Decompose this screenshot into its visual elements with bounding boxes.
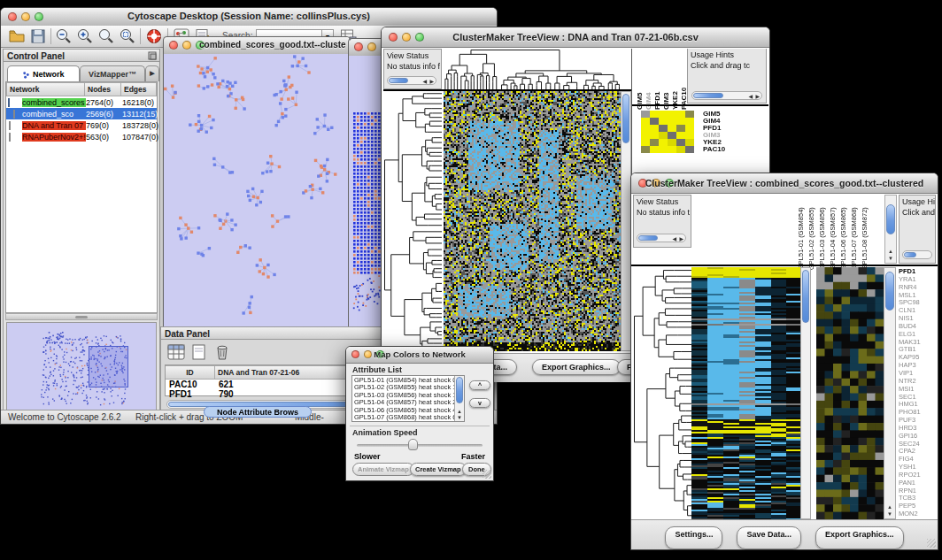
speed-slider-thumb[interactable] <box>408 439 418 450</box>
scroll-up-icon[interactable]: ▲ <box>887 504 892 510</box>
resize-grip[interactable] <box>927 539 936 548</box>
network-name: combined_sco <box>22 110 86 119</box>
tv2-button-2[interactable]: Export Graphics... <box>815 526 904 549</box>
tv2-cluster-matrix[interactable] <box>816 267 884 519</box>
minimize-icon[interactable] <box>182 41 191 50</box>
tab-overflow-button[interactable]: ▶ <box>145 65 159 81</box>
attribute-list[interactable]: GPL51-01 (GSM854) heat shock 05 minGPL51… <box>351 375 465 422</box>
tv2-row-dendrogram[interactable] <box>633 267 691 519</box>
network-table-row[interactable]: RNAPuberNov2+!563(0)107847(0) <box>6 131 157 142</box>
speed-slider-track[interactable] <box>357 444 483 447</box>
help-lifesaver-icon[interactable] <box>145 27 163 45</box>
network-view-titlebar[interactable]: combined_scores_good.txt--cluste... <box>164 37 350 55</box>
slower-label: Slower <box>354 452 381 461</box>
scroll-up-icon[interactable]: ▲ <box>888 249 893 254</box>
col-network[interactable]: Network <box>6 82 85 96</box>
splitter-handle[interactable] <box>5 313 158 320</box>
desktop: Cytoscape Desktop (Session Name: collins… <box>0 0 942 560</box>
tv1-view-status-panel: View Status No status info f ◀ ▶ <box>383 49 442 89</box>
animate-vizmap-button[interactable]: Animate Vizmap <box>352 463 414 476</box>
tv1-cluster-matrix[interactable] <box>641 111 694 153</box>
scroll-right-icon[interactable]: ▶ <box>679 236 683 242</box>
tv1-column-dendrogram[interactable] <box>444 49 621 89</box>
col-edges[interactable]: Edges <box>121 82 157 96</box>
tab-vizmapper[interactable]: VizMapper™ <box>80 65 145 81</box>
scroll-right-icon[interactable]: ▶ <box>755 94 760 99</box>
tv1-row-dendrogram[interactable] <box>383 91 442 351</box>
tv2-button-1[interactable]: Save Data... <box>737 526 801 549</box>
move-down-button[interactable]: v <box>469 398 490 408</box>
delete-attribute-icon[interactable] <box>212 343 232 361</box>
tv1-titlebar[interactable]: ClusterMaker TreeView : DNA and Tran 07-… <box>382 27 769 48</box>
scroll-left-icon[interactable]: ◀ <box>422 79 427 84</box>
zoom-out-icon[interactable] <box>55 27 73 45</box>
tv2-heatmap-vscrollbar[interactable] <box>800 267 811 519</box>
scroll-left-icon[interactable]: ◀ <box>672 236 676 242</box>
tv2-labels-thumb[interactable] <box>886 204 895 234</box>
data-col-id[interactable]: ID <box>166 365 215 380</box>
attribute-table-icon[interactable] <box>166 343 186 361</box>
network-table-row[interactable]: combined_scores2764(0)16218(0) <box>6 96 157 108</box>
tv2-vs-thumb[interactable] <box>638 235 658 241</box>
scroll-up-icon[interactable]: ▲ <box>457 409 462 414</box>
row-id: PFD1 <box>166 389 215 399</box>
tab-vizmapper-label: VizMapper™ <box>89 70 136 79</box>
tv1-uh-scrollbar[interactable]: ◀ ▶ <box>691 91 762 100</box>
tv1-column-label: GIM4 <box>645 92 652 110</box>
close-icon[interactable] <box>354 42 363 51</box>
tv1-heat-vthumb[interactable] <box>622 94 629 143</box>
save-icon[interactable] <box>29 27 47 45</box>
faster-label: Faster <box>461 452 485 461</box>
gene-name[interactable]: PAC10 <box>703 146 725 153</box>
scroll-right-icon[interactable]: ▶ <box>429 79 434 84</box>
tv1-vs-scrollbar[interactable]: ◀ ▶ <box>387 76 436 85</box>
row-id: PAC10 <box>166 380 215 389</box>
open-file-icon[interactable] <box>8 27 26 45</box>
birdseye-view[interactable] <box>6 322 157 416</box>
close-icon[interactable] <box>169 41 178 50</box>
network-table-row[interactable]: DNA and Tran 07769(0)183728(0) <box>6 119 157 131</box>
main-titlebar[interactable]: Cytoscape Desktop (Session Name: collins… <box>1 8 497 27</box>
col-nodes[interactable]: Nodes <box>85 82 121 96</box>
dialog-titlebar[interactable]: Map Colors to Network <box>346 347 493 364</box>
resize-grip[interactable] <box>483 470 491 479</box>
create-vizmap-button[interactable]: Create Vizmap <box>410 463 467 476</box>
tab-node-attribute-browser[interactable]: Node Attribute Brows <box>204 406 312 418</box>
tv2-button-0[interactable]: Settings... <box>665 526 722 549</box>
tv1-uh-thumb[interactable] <box>693 93 723 98</box>
scroll-down-icon[interactable]: ▼ <box>887 511 892 517</box>
network-edges: 183728(0) <box>122 121 162 130</box>
attribute-list-thumb[interactable] <box>456 377 463 403</box>
scroll-down-icon[interactable]: ▼ <box>457 415 462 420</box>
tv2-uh-thumb[interactable] <box>904 252 916 257</box>
network-table-row[interactable]: combined_sco2569(6)13112(15) <box>6 108 157 119</box>
minimize-icon[interactable] <box>367 42 376 51</box>
tv1-vs-thumb[interactable] <box>389 78 408 83</box>
tv2-cluster-thumb[interactable] <box>885 272 894 311</box>
scroll-down-icon[interactable]: ▼ <box>888 256 893 261</box>
tv2-labels-vscrollbar[interactable]: ▲ ▼ <box>884 195 897 264</box>
tv2-heat-vthumb[interactable] <box>802 270 809 323</box>
tv1-gene-list: GIM5GIM4PFD1GIM3YKE2PAC10 <box>703 111 725 153</box>
zoom-fit-icon[interactable] <box>97 27 115 45</box>
dialog-title: Map Colors to Network <box>346 349 493 359</box>
tv2-cluster-vscrollbar[interactable]: ▲ ▼ <box>884 267 896 519</box>
scroll-left-icon[interactable]: ◀ <box>748 94 753 99</box>
tv2-uh-scrollbar[interactable] <box>902 250 932 259</box>
network-canvas[interactable] <box>164 54 348 326</box>
attribute-list-item[interactable]: GPL51-07 (GSM868) heat shock 60 min <box>354 414 452 421</box>
float-panel-icon[interactable] <box>148 51 157 60</box>
tab-network[interactable]: Network <box>7 65 80 81</box>
gene-name[interactable]: MON2 <box>899 510 921 518</box>
control-panel: Control Panel Network VizMapper™ ▶ Netwo… <box>3 49 160 417</box>
zoom-in-icon[interactable] <box>76 27 94 45</box>
tv1-button-1[interactable]: Export Graphics... <box>532 359 621 375</box>
tv2-vs-scrollbar[interactable]: ◀ ▶ <box>637 234 686 242</box>
tv2-titlebar[interactable]: ClusterMaker TreeView : combined_scores_… <box>631 173 938 194</box>
new-attribute-icon[interactable] <box>189 343 209 361</box>
attribute-list-scrollbar[interactable]: ▲ ▼ <box>454 376 464 421</box>
zoom-selected-icon[interactable] <box>119 27 136 45</box>
move-up-button[interactable]: ^ <box>469 380 490 390</box>
tv2-heatmap[interactable] <box>691 267 800 519</box>
tv1-heatmap[interactable] <box>444 91 621 351</box>
